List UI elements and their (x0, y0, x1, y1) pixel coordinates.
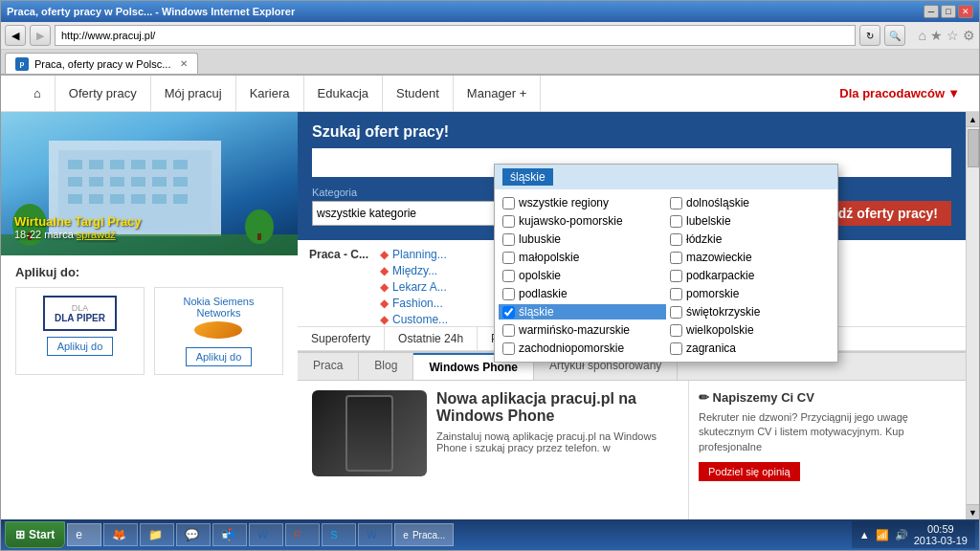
add-favorites-icon[interactable]: ☆ (947, 28, 959, 43)
forward-button[interactable]: ▶ (30, 25, 51, 46)
address-input[interactable] (55, 25, 856, 46)
region-checkbox-zachodnio[interactable] (502, 342, 515, 355)
tab-close-button[interactable]: ✕ (180, 58, 188, 69)
scroll-thumb[interactable] (968, 129, 979, 167)
region-checkbox-wszystkie[interactable] (502, 197, 515, 209)
svg-rect-8 (173, 160, 188, 169)
region-checkbox-podlaskie[interactable] (502, 288, 515, 300)
mail-icon: 📬 (221, 528, 235, 541)
region-checkbox-slaskie[interactable] (502, 306, 515, 319)
job-item-2[interactable]: ◆Lekarz A... (380, 280, 448, 294)
region-item-podlaskie[interactable]: podlaskie (499, 286, 666, 301)
scroll-up-button[interactable]: ▲ (967, 112, 979, 127)
company-name-dla: DLA PIPER (55, 313, 105, 323)
region-item-wszystkie[interactable]: wszystkie regiony (499, 195, 666, 210)
folder-icon: 📁 (148, 528, 163, 541)
ostatnie24h-tab[interactable]: Ostatnie 24h (385, 327, 478, 350)
region-item-zachodnio[interactable]: zachodniopomorskie (499, 341, 666, 356)
maximize-button[interactable]: □ (941, 5, 956, 18)
region-item-pomorskie[interactable]: pomorskie (666, 286, 834, 301)
region-item-opolskie[interactable]: opolskie (499, 268, 666, 283)
region-item-swietokrzyskie[interactable]: świętokrzyskie (666, 304, 834, 320)
apply-nokia-button[interactable]: Aplikuj do (186, 347, 253, 366)
word2-icon: W (367, 529, 376, 540)
start-button[interactable]: ⊞ Start (5, 521, 65, 548)
tray-volume-icon[interactable]: 🔊 (895, 529, 908, 541)
address-search-button[interactable]: 🔍 (884, 25, 905, 46)
job-item-4[interactable]: ◆Custome... (380, 313, 448, 326)
taskbar-app-chat[interactable]: 💬 (176, 523, 211, 546)
company-logo-dla: DLA DLA PIPER (43, 296, 117, 331)
region-checkbox-kujawsko[interactable] (502, 215, 515, 228)
region-item-lubelskie[interactable]: lubelskie (666, 213, 834, 229)
region-checkbox-lodzkie[interactable] (670, 233, 682, 246)
job-item-1[interactable]: ◆Między... (380, 264, 448, 277)
region-checkbox-lubuskie[interactable] (502, 233, 515, 246)
taskbar-app-skype[interactable]: S (322, 523, 356, 546)
banner-link[interactable]: sprawdź (77, 229, 116, 240)
tab-praca[interactable]: Praca (298, 353, 359, 380)
region-checkbox-opolskie[interactable] (502, 270, 515, 282)
region-item-lodzkie[interactable]: łódzkie (666, 231, 834, 247)
region-checkbox-zagranica[interactable] (670, 342, 682, 355)
region-checkbox-swietokrzyskie[interactable] (670, 306, 682, 319)
nav-link-kariera[interactable]: Kariera (236, 76, 304, 112)
nav-link-offers[interactable]: Oferty pracy (56, 76, 151, 112)
minimize-button[interactable]: ─ (924, 5, 939, 18)
address-bar: ◀ ▶ ↻ 🔍 ⌂ ★ ☆ ⚙ (1, 22, 979, 50)
scroll-down-button[interactable]: ▼ (967, 504, 979, 519)
region-item-slaskie[interactable]: śląskie (499, 304, 666, 320)
region-item-kujawsko[interactable]: kujawsko-pomorskie (499, 213, 666, 229)
tray-network-icon[interactable]: 📶 (876, 529, 889, 541)
cv-body: Rekruter nie dzwoni? Przyciągnij jego uw… (699, 410, 956, 454)
browser-tab-active[interactable]: p Praca, oferty pracy w Polsc... ✕ (5, 53, 198, 74)
region-item-lubuskie[interactable]: lubuskie (499, 231, 666, 247)
nav-link-manager[interactable]: Manager + (454, 76, 542, 112)
job-item-3[interactable]: ◆Fashion... (380, 297, 448, 310)
superoferty-tab[interactable]: Superoferty (298, 327, 385, 350)
region-checkbox-warminsko[interactable] (502, 324, 515, 337)
region-checkbox-wielkopolskie[interactable] (670, 324, 682, 337)
article-title: Nowa aplikacja pracuj.pl na Windows Phon… (436, 390, 674, 425)
taskbar-app-active[interactable]: e Praca... (394, 523, 454, 546)
nav-link-moj[interactable]: Mój pracuj (151, 76, 236, 112)
taskbar-app-mail[interactable]: 📬 (212, 523, 247, 546)
region-checkbox-dolnoslaskie[interactable] (670, 197, 682, 209)
region-checkbox-malopolskie[interactable] (502, 252, 515, 264)
tray-up-icon[interactable]: ▲ (859, 529, 870, 540)
region-checkbox-pomorskie[interactable] (670, 288, 682, 300)
region-checkbox-lubelskie[interactable] (670, 215, 682, 228)
taskbar-app-firefox[interactable]: 🦊 (103, 523, 138, 546)
taskbar-app-explorer[interactable]: 📁 (140, 523, 174, 546)
favorites-icon[interactable]: ★ (930, 28, 943, 43)
region-item-mazowieckie[interactable]: mazowieckie (666, 250, 834, 265)
back-button[interactable]: ◀ (5, 25, 26, 46)
job-list: ◆Planning... ◆Między... ◆Lekarz A... ◆Fa… (380, 248, 448, 326)
nav-link-student[interactable]: Student (383, 76, 454, 112)
tools-icon[interactable]: ⚙ (963, 28, 975, 43)
nav-link-edukacja[interactable]: Edukacja (304, 76, 383, 112)
region-item-wielkopolskie[interactable]: wielkopolskie (666, 322, 834, 338)
tab-blog[interactable]: Blog (359, 353, 413, 380)
banner-title: Wirtualne Targi Pracy (14, 214, 142, 229)
taskbar-app-word2[interactable]: W (358, 523, 392, 546)
region-checkbox-mazowieckie[interactable] (670, 252, 682, 264)
taskbar-app-ie[interactable]: e (67, 523, 101, 546)
home-nav-button[interactable]: ⌂ (20, 76, 56, 112)
region-item-warminsko[interactable]: warmińsko-mazurskie (499, 322, 666, 338)
taskbar-app-powerpoint[interactable]: P (285, 523, 320, 546)
close-button[interactable]: ✕ (958, 5, 973, 18)
job-item-0[interactable]: ◆Planning... (380, 248, 448, 261)
home-nav-icon[interactable]: ⌂ (919, 28, 926, 43)
region-item-malopolskie[interactable]: małopolskie (499, 250, 666, 265)
region-item-zagranica[interactable]: zagranica (666, 341, 834, 356)
share-opinion-button[interactable]: Podziel się opinią (699, 462, 800, 481)
region-item-dolnoslaskie[interactable]: dolnośląskie (666, 195, 834, 210)
nav-employer-link[interactable]: Dla pracodawców ▼ (839, 86, 960, 100)
taskbar-app-word[interactable]: W (249, 523, 283, 546)
apply-dla-button[interactable]: Aplikuj do (47, 337, 114, 356)
region-item-podkarpackie[interactable]: podkarpackie (666, 268, 834, 283)
refresh-button[interactable]: ↻ (859, 25, 880, 46)
svg-rect-3 (68, 160, 82, 169)
region-checkbox-podkarpackie[interactable] (670, 270, 682, 282)
